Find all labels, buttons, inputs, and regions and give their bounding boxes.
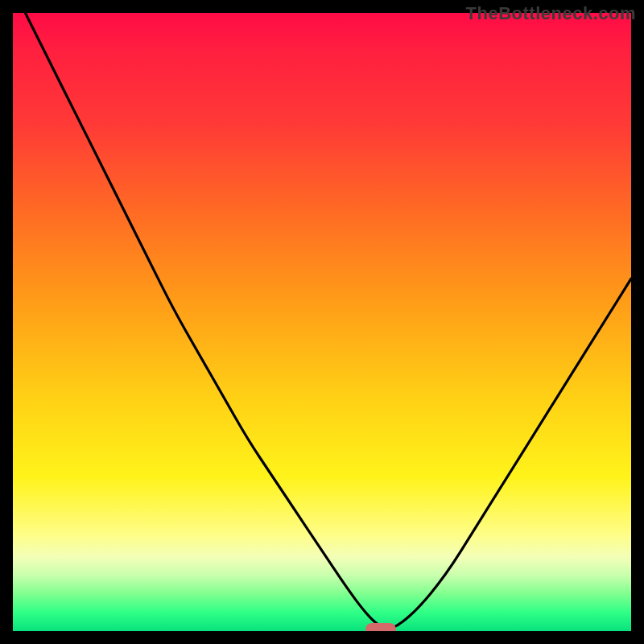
bottleneck-curve (13, 13, 631, 631)
plot-area (13, 13, 631, 631)
watermark-text: TheBottleneck.com (466, 3, 636, 24)
optimal-marker (365, 623, 396, 631)
chart-frame: TheBottleneck.com (0, 0, 644, 644)
